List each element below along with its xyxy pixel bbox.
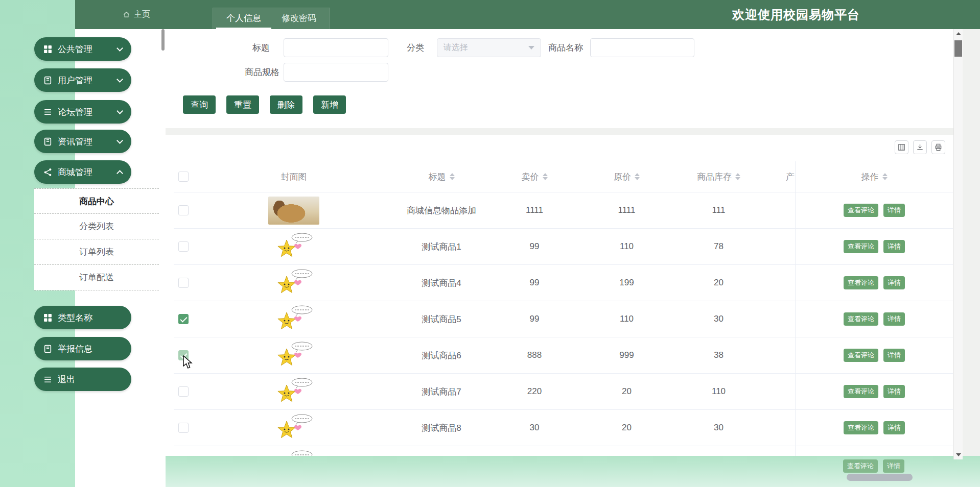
export-button[interactable] (913, 140, 927, 154)
reset-button[interactable]: 重置 (226, 95, 259, 114)
title-input[interactable] (284, 38, 388, 57)
details-button[interactable]: 详情 (883, 240, 905, 253)
details-button[interactable]: 详情 (883, 459, 904, 473)
delete-button[interactable]: 删除 (270, 95, 302, 114)
main-scrollbar[interactable] (953, 29, 963, 459)
sort-icon[interactable] (882, 173, 888, 180)
stock-count: 110 (672, 374, 765, 409)
sell-price: 30 (488, 410, 581, 446)
product-name-input[interactable] (590, 38, 694, 57)
stock-count: 20 (672, 265, 765, 301)
table-row[interactable]: 商城信息物品添加 1111 1111 111 查看评论 详情 (174, 192, 953, 229)
view-comments-button[interactable]: 查看评论 (843, 459, 878, 473)
sidebar-item-category-list[interactable]: 分类列表 (34, 214, 159, 239)
truncated-cell (765, 265, 795, 301)
sidebar-item-logout[interactable]: 退出 (34, 368, 131, 391)
view-comments-button[interactable]: 查看评论 (844, 349, 878, 362)
product-spec-input[interactable] (284, 63, 388, 82)
actions-cell: 查看评论 详情 (795, 265, 953, 301)
row-checkbox[interactable] (178, 423, 189, 433)
sort-icon[interactable] (450, 173, 455, 180)
horizontal-scrollbar-thumb[interactable] (847, 474, 913, 481)
original-price: 1111 (581, 192, 672, 228)
view-comments-button[interactable]: 查看评论 (844, 385, 878, 398)
actions-cell: 查看评论 详情 (795, 374, 953, 409)
row-checkbox[interactable] (178, 278, 189, 288)
grid-icon (43, 313, 52, 322)
table-row[interactable]: 测试商品5 99 110 30 查看评论 详情 (174, 301, 953, 337)
add-button[interactable]: 新增 (313, 95, 346, 114)
scrollbar-thumb[interactable] (954, 40, 962, 57)
sort-icon[interactable] (735, 173, 740, 180)
view-comments-button[interactable]: 查看评论 (844, 421, 878, 434)
sidebar-item-public-management[interactable]: 公共管理 (34, 37, 131, 61)
column-display-button[interactable] (895, 140, 908, 154)
row-checkbox[interactable] (178, 386, 189, 397)
row-checkbox[interactable] (178, 241, 189, 252)
home-link[interactable]: 主页 (123, 0, 150, 29)
sidebar-item-news-management[interactable]: 资讯管理 (34, 130, 131, 153)
row-checkbox[interactable] (178, 205, 189, 215)
column-header-stock[interactable]: 商品库存 (672, 161, 765, 192)
column-header-actions[interactable]: 操作 (795, 161, 953, 192)
star-cartoon-image (268, 269, 319, 297)
stock-count: 38 (672, 337, 765, 373)
details-button[interactable]: 详情 (883, 276, 905, 289)
sidebar-item-user-management[interactable]: 用户管理 (34, 68, 131, 92)
product-title (395, 446, 488, 456)
view-comments-button[interactable]: 查看评论 (844, 312, 878, 326)
view-comments-button[interactable]: 查看评论 (844, 204, 878, 217)
product-title: 测试商品8 (395, 410, 488, 446)
sidebar-item-forum-management[interactable]: 论坛管理 (34, 100, 131, 124)
details-button[interactable]: 详情 (883, 349, 905, 362)
sidebar-item-report-info[interactable]: 举报信息 (34, 337, 131, 360)
grid-icon (43, 45, 52, 54)
scroll-down-button[interactable] (954, 450, 963, 459)
product-title: 测试商品5 (395, 301, 488, 337)
chevron-down-icon (116, 76, 123, 83)
print-button[interactable] (931, 140, 945, 154)
tab-change-password[interactable]: 修改密码 (271, 8, 326, 29)
query-button[interactable]: 查询 (183, 95, 216, 114)
sort-icon[interactable] (543, 173, 548, 180)
table-row[interactable]: 测试商品7 220 20 110 查看评论 详情 (174, 374, 953, 410)
table-row[interactable]: 测试商品8 30 20 30 查看评论 详情 (174, 410, 953, 446)
view-comments-button[interactable]: 查看评论 (844, 240, 878, 253)
sell-price (488, 446, 581, 456)
original-price: 20 (581, 410, 672, 446)
table-row[interactable]: 测试商品1 99 110 78 查看评论 详情 (174, 229, 953, 265)
details-button[interactable]: 详情 (883, 421, 905, 434)
sidebar-item-order-delivery[interactable]: 订单配送 (34, 265, 159, 290)
sidebar-item-type-name[interactable]: 类型名称 (34, 306, 131, 329)
sell-price: 1111 (488, 192, 581, 228)
details-button[interactable]: 详情 (883, 385, 905, 398)
list-icon (43, 375, 52, 384)
scroll-up-button[interactable] (954, 29, 963, 38)
column-header-title[interactable]: 标题 (395, 161, 488, 192)
table-row[interactable]: 测试商品6 888 999 38 查看评论 详情 (174, 337, 953, 374)
sidebar-scrollbar[interactable] (161, 29, 165, 51)
row-checkbox[interactable] (178, 314, 189, 324)
sidebar-item-order-list[interactable]: 订单列表 (34, 239, 159, 265)
column-header-cover[interactable]: 封面图 (193, 161, 395, 192)
view-comments-button[interactable]: 查看评论 (844, 276, 878, 289)
details-button[interactable]: 详情 (883, 204, 905, 217)
sidebar-item-label: 商城管理 (58, 166, 118, 178)
row-checkbox[interactable] (178, 350, 189, 360)
notebook-icon (43, 345, 52, 353)
table-row[interactable]: 查看评论 详情 (174, 446, 953, 456)
product-image (268, 197, 319, 225)
sidebar-item-mall-management[interactable]: 商城管理 (34, 160, 131, 184)
select-all-checkbox[interactable] (178, 172, 189, 182)
sort-icon[interactable] (635, 173, 640, 180)
product-image (268, 269, 319, 297)
original-price: 999 (581, 337, 672, 373)
category-select[interactable]: 请选择 (437, 38, 541, 57)
column-header-original-price[interactable]: 原价 (581, 161, 672, 192)
column-header-product-truncated[interactable]: 产 (765, 161, 795, 192)
table-row[interactable]: 测试商品4 99 199 20 查看评论 详情 (174, 265, 953, 301)
details-button[interactable]: 详情 (883, 312, 905, 326)
column-header-sell-price[interactable]: 卖价 (488, 161, 581, 192)
tab-personal-info[interactable]: 个人信息 (216, 8, 271, 29)
sidebar-item-product-center[interactable]: 商品中心 (34, 188, 159, 214)
